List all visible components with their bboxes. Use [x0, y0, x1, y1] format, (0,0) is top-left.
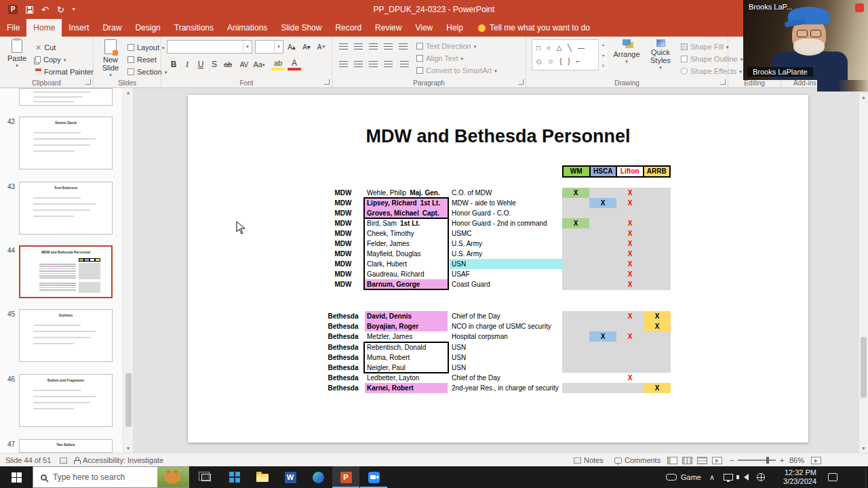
zoom-slider[interactable]	[738, 453, 776, 467]
slide-thumbnail[interactable]	[19, 88, 113, 106]
scroll-up-icon[interactable]: ▲	[859, 95, 868, 100]
scrollbar-thumb[interactable]	[861, 337, 867, 398]
thumbnail-scrollbar[interactable]: ▲ ▼	[123, 88, 133, 453]
network-tray-icon[interactable]	[753, 466, 769, 488]
clock-tray[interactable]: 12:32 PM3/23/2024	[770, 466, 819, 488]
decrease-indent-button[interactable]	[366, 41, 380, 53]
search-highlight-image[interactable]	[157, 467, 189, 487]
bold-button[interactable]: B	[167, 58, 180, 70]
view-normal-button[interactable]	[667, 453, 677, 467]
taskbar-app-powerpoint[interactable]: P	[332, 466, 359, 488]
webcam-overlay[interactable]: Brooks LaP... Brooks LaPlante	[743, 0, 868, 80]
align-left-button[interactable]	[336, 58, 350, 70]
taskbar-app-store[interactable]	[221, 466, 248, 488]
copy-button[interactable]: Copy▾	[35, 54, 66, 65]
justify-button[interactable]	[381, 58, 395, 70]
quick-styles-button[interactable]: Quick Styles▾	[643, 39, 678, 69]
comments-button[interactable]: Comments	[614, 453, 660, 467]
zoom-slider-thumb[interactable]	[766, 457, 769, 464]
paragraph-dialog-launcher[interactable]	[518, 79, 524, 85]
game-bar-widget[interactable]: Game	[662, 466, 705, 488]
increase-font-size-button[interactable]: A▴	[285, 41, 298, 53]
slide-scrollbar[interactable]: ▲ ▼	[859, 93, 868, 453]
bullets-button[interactable]	[336, 41, 350, 53]
columns-button[interactable]	[397, 58, 411, 70]
decrease-font-size-button[interactable]: A▾	[300, 41, 313, 53]
hidden-icons-chevron[interactable]: ∧	[705, 466, 719, 488]
font-dialog-launcher[interactable]	[324, 79, 330, 85]
slide-thumbnail-44[interactable]: MDW and Bethesda Personnel	[19, 245, 113, 298]
zoom-percentage[interactable]: 86%	[789, 453, 804, 467]
ribbon-tab-home[interactable]: Home	[26, 19, 62, 37]
underline-button[interactable]: U	[194, 58, 208, 70]
scrollbar-thumb[interactable]	[125, 373, 132, 427]
slide-thumbnail-46[interactable]: Bullets and Fragments	[19, 374, 113, 427]
numbering-button[interactable]	[351, 41, 365, 53]
layout-button[interactable]: Layout▾	[127, 42, 165, 53]
align-text-button[interactable]: Align Text▾	[416, 53, 463, 64]
record-indicator[interactable]	[855, 3, 864, 12]
notes-button[interactable]: Notes	[574, 453, 604, 467]
taskbar-app-file-explorer[interactable]	[249, 466, 276, 488]
strikethrough-button[interactable]: ab	[221, 58, 235, 70]
save-button[interactable]	[26, 6, 33, 14]
ribbon-tab-insert[interactable]: Insert	[62, 19, 96, 37]
taskbar-search[interactable]: Type here to search	[33, 466, 189, 488]
shape-fill-button[interactable]: Shape Fill▾	[681, 41, 728, 52]
slide-canvas[interactable]: MDW and Bethesda Personnel WMHSCALiftonA…	[188, 95, 808, 443]
customize-quick-access-button[interactable]: ▾	[73, 7, 75, 12]
view-reading-button[interactable]	[697, 453, 707, 467]
italic-button[interactable]: I	[180, 58, 194, 70]
accessibility-status[interactable]: Accessibility: Investigate	[73, 453, 163, 467]
text-direction-button[interactable]: Text Direction▾	[416, 41, 476, 52]
fit-slide-to-window-button[interactable]	[811, 453, 821, 467]
slide-thumbnail-45[interactable]: Orphans	[19, 309, 113, 362]
font-size-select[interactable]: ▾	[255, 40, 283, 54]
ribbon-tab-draw[interactable]: Draw	[96, 19, 128, 37]
volume-tray-icon[interactable]	[736, 466, 753, 488]
arrange-button[interactable]: Arrange▾	[612, 39, 642, 63]
view-slideshow-button[interactable]	[712, 453, 722, 467]
reset-button[interactable]: Reset	[127, 54, 157, 65]
slide-thumbnail-47[interactable]: Two Bullets	[19, 439, 113, 453]
action-center-button[interactable]	[821, 466, 845, 488]
ribbon-tab-review[interactable]: Review	[368, 19, 408, 37]
ribbon-tab-file[interactable]: File	[0, 19, 26, 37]
ribbon-tab-help[interactable]: Help	[439, 19, 470, 37]
redo-button[interactable]: ↻	[57, 5, 64, 14]
task-view-button[interactable]	[193, 466, 220, 488]
view-slide-sorter-button[interactable]	[682, 453, 692, 467]
start-button[interactable]	[0, 466, 33, 488]
align-right-button[interactable]	[366, 58, 380, 70]
scroll-down-icon[interactable]: ▼	[123, 446, 133, 451]
taskbar-app-zoom[interactable]	[360, 466, 387, 488]
new-slide-button[interactable]: New Slide▾	[95, 39, 126, 77]
increase-indent-button[interactable]	[381, 41, 395, 53]
highlight-color-button[interactable]: ab	[271, 58, 285, 70]
cut-button[interactable]: ✕Cut	[35, 42, 56, 53]
display-tray-icon[interactable]	[720, 466, 736, 488]
drawing-dialog-launcher[interactable]	[720, 79, 726, 85]
scroll-up-icon[interactable]: ▲	[123, 90, 133, 95]
text-shadow-button[interactable]: S	[208, 58, 221, 70]
ribbon-tab-record[interactable]: Record	[328, 19, 368, 37]
clipboard-dialog-launcher[interactable]	[85, 79, 91, 85]
character-spacing-button[interactable]: AV	[237, 58, 251, 70]
tell-me-box[interactable]: Tell me what you want to do	[470, 19, 598, 37]
line-spacing-button[interactable]	[396, 41, 410, 53]
font-name-select[interactable]: ▾	[167, 40, 252, 54]
taskbar-app-edge[interactable]	[304, 466, 332, 488]
slide-thumbnail-42[interactable]: Dennis David	[19, 117, 113, 169]
font-color-button[interactable]: A	[288, 58, 301, 70]
shapes-gallery-scrollbar[interactable]: ▴▾≡	[598, 39, 608, 70]
taskbar-app-word[interactable]: W	[277, 466, 304, 488]
change-case-button[interactable]: Aa▾	[252, 58, 266, 70]
scroll-down-icon[interactable]: ▼	[859, 446, 868, 451]
format-painter-button[interactable]: Format Painter	[35, 66, 94, 77]
shapes-gallery[interactable]: □ ○ △ ╲ —◇ ☆ { } ⌐	[532, 39, 608, 70]
paste-button[interactable]: Paste▾	[3, 39, 31, 67]
ribbon-tab-animations[interactable]: Animations	[220, 19, 274, 37]
spellcheck-icon[interactable]	[60, 453, 67, 467]
align-center-button[interactable]	[351, 58, 365, 70]
show-desktop-strip[interactable]	[865, 466, 868, 488]
